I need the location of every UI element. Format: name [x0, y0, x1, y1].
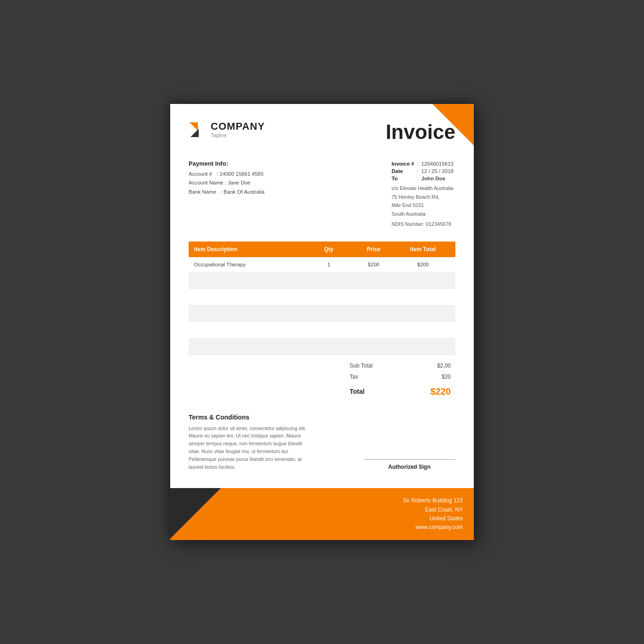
footer-text: Sir Roberto Building 123 East Coast, NY … — [181, 496, 463, 532]
account-number-label: Account # — [189, 171, 212, 177]
terms-left: Terms & Conditions Lorem ipsum dolor sit… — [189, 414, 308, 471]
footer-dark-triangle — [170, 488, 221, 539]
company-name-block: COMPANY Tagline — [211, 121, 265, 138]
invoice-meta: Invoice # : 12646015613 Date : 12 / 25 /… — [390, 160, 455, 228]
tax-value: $20 — [403, 372, 454, 382]
authorized-sign-line — [363, 459, 455, 460]
row1-price: $200 — [351, 262, 396, 267]
col-total: Item Total — [396, 246, 450, 253]
table-row-empty-4 — [189, 305, 455, 322]
footer-line2: East Coast, NY — [181, 506, 463, 514]
footer-line4: www.company.com — [181, 523, 463, 532]
payment-info-label: Payment Info: — [189, 160, 264, 167]
to-address-line1: c/o Elevate Health Australia — [391, 185, 454, 191]
to-label: To — [390, 175, 416, 182]
invoice-number-label: Invoice # — [390, 160, 416, 167]
terms-heading: Terms & Conditions — [189, 414, 308, 421]
total-label: Total — [346, 383, 402, 399]
ndis-number: NDIS Number: 012345678 — [391, 221, 454, 227]
row1-description: Occupational Therapy — [194, 262, 306, 267]
account-name-value: : Jane Doe — [225, 180, 251, 185]
payment-info: Payment Info: Account # : 14000 15661 45… — [189, 160, 264, 228]
svg-marker-1 — [190, 129, 199, 137]
date-value: 12 / 25 / 2018 — [420, 167, 455, 175]
total-value: $220 — [403, 383, 454, 399]
to-address: c/o Elevate Health Australia 75 Henley B… — [391, 184, 454, 218]
footer-line3: United States — [181, 514, 463, 523]
account-name-label: Account Name — [189, 180, 223, 185]
to-name: John Doe — [420, 175, 455, 182]
to-colon: : — [416, 175, 419, 182]
logo-area: COMPANY Tagline — [189, 121, 265, 138]
table-row-empty-6 — [189, 339, 455, 355]
bank-name-value: : Bank Of Australia — [221, 189, 264, 195]
invoice-number-colon: : — [416, 160, 419, 167]
row1-qty: 1 — [306, 262, 351, 267]
company-name: COMPANY — [211, 121, 265, 132]
table-row: Occupational Therapy 1 $200 $200 — [189, 257, 455, 272]
col-price: Price — [351, 246, 396, 253]
subtotal-value: $2,00 — [403, 361, 454, 371]
invoice-document: COMPANY Tagline Invoice Payment Info: Ac… — [170, 104, 474, 540]
info-section: Payment Info: Account # : 14000 15661 45… — [170, 153, 474, 237]
bank-name-label: Bank Name — [189, 189, 216, 195]
totals-table: Sub Total $2,00 Tax $20 Total $220 — [345, 360, 455, 400]
table-row-empty-2 — [189, 272, 455, 289]
to-address-line4: South Australia — [391, 211, 426, 217]
invoice-table: Item Description Qty Price Item Total Oc… — [189, 242, 455, 355]
payment-info-details: Account # : 14000 15661 4565 Account Nam… — [189, 170, 264, 197]
table-header: Item Description Qty Price Item Total — [189, 242, 455, 257]
date-colon: : — [416, 167, 419, 175]
account-number-value: : 14000 15661 4565 — [217, 171, 264, 177]
authorized-sign-label: Authorized Sign — [388, 464, 431, 470]
invoice-footer: Sir Roberto Building 123 East Coast, NY … — [170, 488, 474, 540]
col-description: Item Description — [194, 246, 306, 253]
table-row-empty-5 — [189, 322, 455, 339]
to-address-line2: 75 Henley Beach Rd, — [391, 194, 439, 200]
svg-marker-0 — [190, 122, 198, 131]
terms-section: Terms & Conditions Lorem ipsum dolor sit… — [170, 404, 474, 476]
invoice-number-value: 12646015613 — [420, 160, 455, 167]
date-label: Date — [390, 167, 416, 175]
ndis-value: 012345678 — [426, 221, 451, 227]
terms-body: Lorem ipsum dolor sit amet, consectetur … — [189, 425, 308, 471]
company-logo-icon — [189, 121, 206, 138]
row1-total: $200 — [396, 262, 450, 267]
subtotal-label: Sub Total — [346, 361, 402, 371]
footer-line1: Sir Roberto Building 123 — [181, 496, 463, 505]
tax-label: Tax — [346, 372, 402, 382]
totals-section: Sub Total $2,00 Tax $20 Total $220 — [189, 360, 455, 400]
col-qty: Qty — [306, 246, 351, 253]
table-row-empty-3 — [189, 289, 455, 305]
company-tagline: Tagline — [211, 132, 265, 138]
to-address-line3: Mile End 5031 — [391, 202, 424, 208]
ndis-label: NDIS Number: — [391, 221, 425, 227]
corner-triangle-top — [432, 104, 474, 145]
authorized-sign-block: Authorized Sign — [363, 459, 455, 471]
invoice-header: COMPANY Tagline Invoice — [170, 104, 474, 153]
